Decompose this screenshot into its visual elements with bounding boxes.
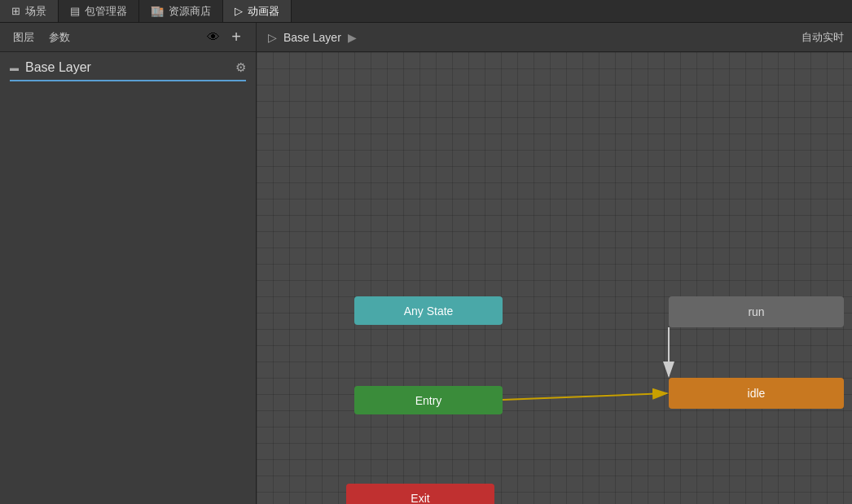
node-any-state[interactable]: Any State — [354, 296, 503, 325]
toolbar: 图层 参数 👁 + ▷ Base Layer ▶ 自动实时 — [0, 23, 852, 52]
node-idle[interactable]: idle — [669, 378, 844, 409]
asset-store-icon: 🏬 — [151, 5, 164, 17]
eye-icon[interactable]: 👁 — [207, 30, 220, 45]
top-tab-bar: ⊞ 场景 ▤ 包管理器 🏬 资源商店 ▷ 动画器 — [0, 0, 852, 23]
tab-scene-label: 场景 — [25, 4, 46, 19]
packages-icon: ▤ — [70, 5, 80, 17]
sidebar: ▬ Base Layer ⚙ — [0, 52, 257, 504]
svg-line-2 — [503, 393, 667, 400]
tab-packages-label: 包管理器 — [85, 4, 127, 19]
node-exit[interactable]: Exit — [346, 484, 494, 504]
animator-breadcrumb-icon: ▷ — [268, 31, 277, 44]
layers-button[interactable]: 图层 — [8, 28, 39, 46]
breadcrumb-arrow: ▶ — [348, 31, 357, 44]
canvas-area[interactable]: Any State Entry Exit run idle — [257, 52, 852, 504]
breadcrumb-area: ▷ Base Layer ▶ — [257, 23, 801, 51]
gear-icon[interactable]: ⚙ — [235, 60, 246, 75]
tab-asset-store-label: 资源商店 — [169, 4, 211, 19]
main-area: ▬ Base Layer ⚙ — [0, 52, 852, 504]
sidebar-header: ▬ Base Layer ⚙ — [0, 52, 256, 80]
animator-icon: ▷ — [235, 5, 243, 17]
tab-asset-store[interactable]: 🏬 资源商店 — [139, 0, 223, 22]
sidebar-layer-row: ▬ Base Layer — [10, 60, 91, 75]
tab-animator[interactable]: ▷ 动画器 — [223, 0, 292, 22]
tab-packages[interactable]: ▤ 包管理器 — [59, 0, 139, 22]
sidebar-underline — [10, 80, 246, 81]
auto-live-button[interactable]: 自动实时 — [801, 30, 852, 45]
arrow-svg — [257, 52, 852, 504]
layer-name: Base Layer — [25, 60, 91, 75]
toolbar-left: 图层 参数 👁 + — [0, 23, 257, 51]
add-layer-button[interactable]: + — [225, 26, 248, 49]
scene-icon: ⊞ — [11, 5, 20, 17]
tab-animator-label: 动画器 — [248, 4, 279, 19]
tab-scene[interactable]: ⊞ 场景 — [0, 0, 59, 22]
collapse-icon: ▬ — [10, 63, 19, 72]
node-run[interactable]: run — [669, 296, 844, 327]
node-entry[interactable]: Entry — [354, 386, 503, 414]
breadcrumb-text: Base Layer — [283, 31, 341, 44]
params-button[interactable]: 参数 — [44, 28, 75, 46]
